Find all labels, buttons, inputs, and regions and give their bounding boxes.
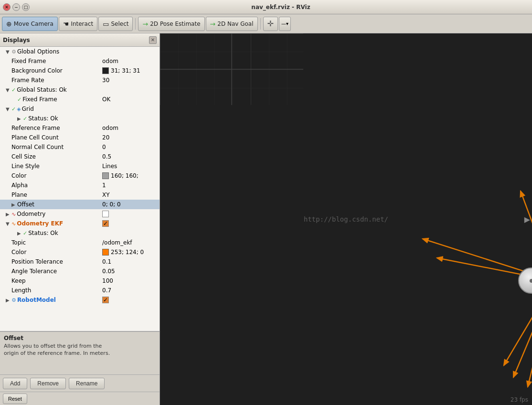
expand-icon: ▶	[6, 212, 11, 217]
frame-rate-label: Frame Rate	[11, 77, 44, 84]
grid-color-row[interactable]: Color 160; 160;	[0, 171, 160, 181]
toolbar-separator	[135, 18, 136, 30]
offset-row[interactable]: ▶ Offset 0; 0; 0	[0, 200, 160, 209]
grid-status-row[interactable]: ▶ ✓ Status: Ok	[0, 114, 160, 123]
global-status-row[interactable]: ▼ ✓ Global Status: Ok	[0, 85, 160, 95]
fixed-frame-label: Fixed Frame	[11, 58, 46, 64]
close-button[interactable]: ✕	[3, 3, 11, 11]
nav-goal-button[interactable]: → 2D Nav Goal	[206, 17, 258, 31]
select-button[interactable]: ▭ Select	[98, 17, 133, 31]
info-title: Offset	[4, 335, 156, 341]
camera-icon: ⊕	[6, 20, 12, 28]
length-value: 0.7	[102, 287, 111, 294]
info-panel: Offset Allows you to offset the grid fro…	[0, 331, 160, 374]
plane-row[interactable]: Plane XY	[0, 190, 160, 200]
grid-color-swatch[interactable]	[102, 172, 109, 179]
fixed-frame-status-label: Fixed Frame	[22, 96, 57, 103]
dropdown-arrow: ▾	[286, 21, 288, 26]
keep-row[interactable]: Keep 100	[0, 276, 160, 286]
reset-button[interactable]: Reset	[3, 394, 27, 404]
alpha-row[interactable]: Alpha 1	[0, 181, 160, 190]
cell-size-row[interactable]: Cell Size 0.5	[0, 152, 160, 161]
length-label: Length	[11, 287, 31, 294]
robot-model-checkbox[interactable]: ✓	[102, 297, 109, 303]
window-title: nav_ekf.rviz - RViz	[32, 4, 529, 11]
plane-value: XY	[102, 192, 110, 198]
odometry-ekf-label: Odometry EKF	[17, 220, 63, 227]
scroll-right-handle[interactable]: ▶	[524, 215, 530, 224]
global-options-row[interactable]: ▼ ⚙ Global Options	[0, 47, 160, 56]
watermark: http://blog.csdn.net/	[304, 215, 388, 223]
frame-rate-row[interactable]: Frame Rate 30	[0, 75, 160, 85]
ekf-color-swatch[interactable]	[102, 249, 109, 256]
info-text: Allows you to offset the grid from theor…	[4, 342, 156, 357]
minimize-button[interactable]: −	[12, 3, 20, 11]
background-color-swatch[interactable]	[102, 67, 109, 74]
ekf-color-row[interactable]: Color 253; 124; 0	[0, 247, 160, 257]
odometry-label: Odometry	[17, 211, 45, 217]
fixed-frame-status-value: OK	[102, 96, 110, 103]
keep-value: 100	[102, 277, 113, 284]
interact-label: Interact	[71, 21, 93, 27]
grid-status-label: Status: Ok	[28, 115, 58, 122]
reference-frame-row[interactable]: Reference Frame odom	[0, 123, 160, 133]
titlebar-buttons[interactable]: ✕ − □	[3, 3, 30, 11]
background-color-row[interactable]: Background Color 31; 31; 31	[0, 66, 160, 75]
line-style-row[interactable]: Line Style Lines	[0, 161, 160, 171]
pose-estimate-label: 2D Pose Estimate	[150, 21, 200, 27]
remove-button[interactable]: Remove	[30, 378, 66, 389]
odometry-ekf-checkbox[interactable]: ✓	[102, 220, 109, 227]
fixed-frame-status-row[interactable]: ✓ Fixed Frame OK	[0, 95, 160, 104]
displays-close-button[interactable]: ✕	[149, 36, 157, 44]
fps-counter: 23 fps	[511, 396, 528, 403]
cell-size-label: Cell Size	[11, 153, 36, 160]
svg-line-10	[437, 258, 532, 281]
expand-icon: ▶	[17, 231, 22, 236]
check-icon: ✓	[11, 106, 16, 112]
grid-row[interactable]: ▼ ✓ ◈ Grid	[0, 104, 160, 114]
svg-line-16	[528, 281, 532, 387]
plane-label: Plane	[11, 192, 27, 198]
topic-label: Topic	[11, 239, 26, 246]
minus-icon: —	[281, 21, 286, 26]
gear-icon: ⚙	[11, 49, 16, 55]
pose-estimate-button[interactable]: → 2D Pose Estimate	[138, 17, 204, 31]
odometry-checkbox[interactable]	[102, 211, 109, 217]
ekf-status-row[interactable]: ▶ ✓ Status: Ok	[0, 228, 160, 238]
select-icon: ▭	[103, 20, 109, 28]
expand-icon: ▼	[6, 221, 11, 226]
add-tool-button[interactable]: ✛	[263, 17, 278, 31]
rename-button[interactable]: Rename	[69, 378, 105, 389]
check-icon: ✓	[23, 230, 27, 236]
length-row[interactable]: Length 0.7	[0, 286, 160, 295]
displays-tree[interactable]: ▼ ⚙ Global Options Fixed Frame odom	[0, 47, 160, 331]
reference-frame-label: Reference Frame	[11, 125, 60, 131]
maximize-button[interactable]: □	[22, 3, 30, 11]
plane-cell-count-value: 20	[102, 134, 109, 141]
tool-dropdown[interactable]: — ▾	[279, 17, 291, 31]
plane-cell-count-row[interactable]: Plane Cell Count 20	[0, 133, 160, 142]
viewport[interactable]: http://blog.csdn.net/	[160, 33, 532, 405]
robot-model-row[interactable]: ▶ ⚙ RobotModel ✓	[0, 295, 160, 305]
move-camera-label: Move Camera	[14, 21, 53, 27]
odometry-ekf-row[interactable]: ▼ ∿ Odometry EKF ✓	[0, 219, 160, 228]
background-color-label: Background Color	[11, 67, 63, 74]
interact-button[interactable]: ☚ Interact	[59, 17, 97, 31]
position-tolerance-row[interactable]: Position Tolerance 0.1	[0, 257, 160, 266]
toolbar: ⊕ Move Camera ☚ Interact ▭ Select → 2D P…	[0, 14, 532, 33]
robot-model	[518, 267, 532, 294]
move-camera-button[interactable]: ⊕ Move Camera	[2, 17, 58, 31]
svg-line-18	[504, 281, 532, 365]
fixed-frame-row[interactable]: Fixed Frame odom	[0, 56, 160, 66]
line-style-label: Line Style	[11, 163, 40, 170]
angle-tolerance-row[interactable]: Angle Tolerance 0.05	[0, 266, 160, 276]
alpha-value: 1	[102, 182, 106, 189]
normal-cell-count-row[interactable]: Normal Cell Count 0	[0, 142, 160, 152]
displays-title: Displays	[3, 37, 30, 43]
frame-rate-value: 30	[102, 77, 109, 84]
odometry-row[interactable]: ▶ ∿ Odometry	[0, 209, 160, 219]
topic-row[interactable]: Topic /odom_ekf	[0, 238, 160, 247]
hand-icon: ☚	[63, 20, 69, 28]
add-button[interactable]: Add	[3, 378, 27, 389]
wave-orange-icon: ∿	[11, 221, 16, 227]
